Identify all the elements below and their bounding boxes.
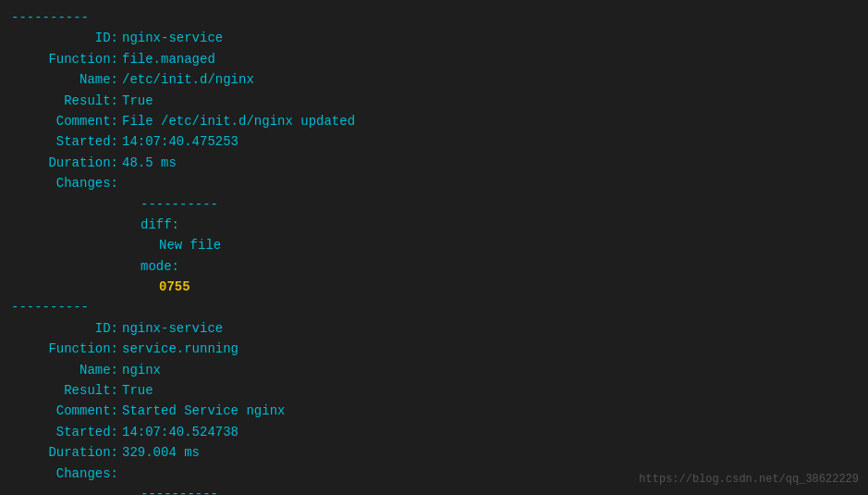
separator-line: ---------- <box>11 297 857 317</box>
separator-line: ---------- <box>11 7 857 28</box>
field-label: Result: <box>11 91 122 111</box>
change-subkey: 0755 <box>159 277 857 297</box>
field-value: nginx-service <box>122 318 223 339</box>
change-key: diff: <box>141 215 857 235</box>
change-subkey: New file <box>159 235 857 255</box>
field-value: File /etc/init.d/nginx updated <box>122 111 355 131</box>
field-value: service.running <box>122 339 238 359</box>
field-value: file.managed <box>122 49 215 69</box>
field-label: Comment: <box>11 401 122 421</box>
field-line: ID:nginx-service <box>11 28 857 48</box>
field-line: Name:/etc/init.d/nginx <box>11 69 857 90</box>
field-line: Name:nginx <box>11 360 857 380</box>
field-label: ID: <box>11 318 122 339</box>
field-value: /etc/init.d/nginx <box>122 69 254 90</box>
field-label: Started: <box>11 422 122 442</box>
field-value: 48.5 ms <box>122 153 177 173</box>
output-container: ----------ID:nginx-serviceFunction:file.… <box>11 7 857 495</box>
field-line: Duration:48.5 ms <box>11 153 857 173</box>
field-label: Changes: <box>11 464 122 484</box>
field-line: Duration:329.004 ms <box>11 442 857 463</box>
field-line: ID:nginx-service <box>11 318 857 339</box>
field-line: Comment:File /etc/init.d/nginx updated <box>11 111 857 131</box>
field-line: Result:True <box>11 91 857 111</box>
field-label: Comment: <box>11 111 122 131</box>
field-label: Duration: <box>11 153 122 173</box>
field-value: Started Service nginx <box>122 401 285 421</box>
field-value: True <box>122 91 153 111</box>
field-label: ID: <box>11 28 122 48</box>
field-value: True <box>122 380 153 401</box>
field-label: Duration: <box>11 442 122 463</box>
inner-separator: ---------- <box>141 194 857 215</box>
field-line: Function:service.running <box>11 339 857 359</box>
field-line: Comment:Started Service nginx <box>11 401 857 421</box>
field-value: nginx <box>122 360 161 380</box>
field-label: Started: <box>11 131 122 152</box>
change-key: mode: <box>141 256 857 277</box>
field-label: Result: <box>11 380 122 401</box>
field-label: Name: <box>11 69 122 90</box>
field-label: Name: <box>11 360 122 380</box>
field-value: nginx-service <box>122 28 223 48</box>
field-line: Started:14:07:40.524738 <box>11 422 857 442</box>
field-line: Result:True <box>11 380 857 401</box>
watermark: https://blog.csdn.net/qq_38622229 <box>639 473 859 486</box>
field-value: 329.004 ms <box>122 442 200 463</box>
field-line: Changes: <box>11 173 857 193</box>
field-line: Started:14:07:40.475253 <box>11 131 857 152</box>
field-value: 14:07:40.475253 <box>122 131 238 152</box>
field-value: 14:07:40.524738 <box>122 422 238 442</box>
field-label: Function: <box>11 339 122 359</box>
field-label: Changes: <box>11 173 122 193</box>
field-line: Function:file.managed <box>11 49 857 69</box>
field-label: Function: <box>11 49 122 69</box>
